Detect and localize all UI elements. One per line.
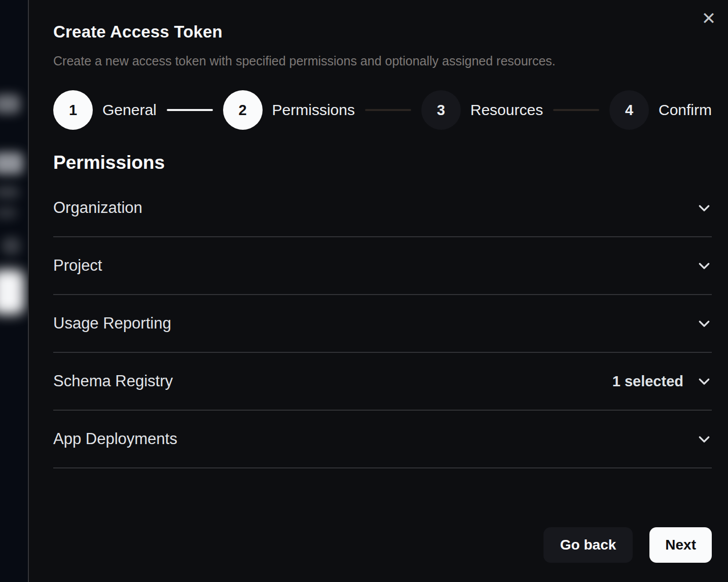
step-connector — [553, 109, 599, 111]
modal-title: Create Access Token — [53, 22, 712, 42]
next-button[interactable]: Next — [649, 527, 712, 563]
step-label: Confirm — [659, 101, 712, 119]
accordion-row-project[interactable]: Project — [53, 237, 712, 295]
step-label: Permissions — [272, 101, 355, 119]
blurred-background-item — [0, 186, 19, 199]
blurred-background-item — [0, 152, 23, 174]
blurred-background-card — [0, 270, 24, 314]
section-heading-permissions: Permissions — [53, 152, 712, 173]
accordion-row-app-deployments[interactable]: App Deployments — [53, 411, 712, 468]
step-number-badge: 1 — [53, 90, 93, 130]
page-backdrop — [0, 0, 28, 582]
chevron-down-icon — [697, 316, 712, 331]
step-confirm[interactable]: 4 Confirm — [609, 90, 712, 130]
step-number-badge: 4 — [609, 90, 649, 130]
blurred-background-item — [0, 94, 20, 114]
go-back-button[interactable]: Go back — [543, 527, 633, 563]
selected-count-badge: 1 selected — [612, 373, 683, 390]
step-label: General — [102, 101, 157, 119]
modal-footer: Go back Next — [53, 527, 712, 563]
wizard-stepper: 1 General 2 Permissions 3 Resources 4 Co… — [53, 90, 712, 130]
accordion-row-usage-reporting[interactable]: Usage Reporting — [53, 295, 712, 353]
create-access-token-modal: ✕ Create Access Token Create a new acces… — [28, 0, 728, 582]
chevron-down-icon — [697, 200, 712, 215]
chevron-down-icon — [697, 258, 712, 273]
chevron-down-icon — [697, 431, 712, 447]
step-connector — [167, 109, 213, 111]
close-icon[interactable]: ✕ — [699, 8, 719, 28]
chevron-down-icon — [697, 374, 712, 389]
accordion-label: Schema Registry — [53, 372, 173, 390]
accordion-row-organization[interactable]: Organization — [53, 179, 712, 237]
step-connector — [365, 109, 411, 111]
accordion-label: Project — [53, 257, 102, 275]
step-permissions[interactable]: 2 Permissions — [223, 90, 355, 130]
accordion-label: Organization — [53, 199, 142, 217]
accordion-row-schema-registry[interactable]: Schema Registry 1 selected — [53, 353, 712, 411]
permissions-accordion-list: Organization Project Usage Reporting — [53, 179, 712, 468]
step-number-badge: 3 — [421, 90, 461, 130]
modal-subtitle: Create a new access token with specified… — [53, 54, 712, 68]
accordion-label: Usage Reporting — [53, 314, 171, 333]
blurred-background-item — [2, 237, 20, 254]
accordion-label: App Deployments — [53, 430, 177, 448]
step-label: Resources — [470, 101, 543, 119]
step-general[interactable]: 1 General — [53, 90, 157, 130]
blurred-background-item — [0, 207, 17, 219]
step-number-badge: 2 — [223, 90, 263, 130]
step-resources[interactable]: 3 Resources — [421, 90, 543, 130]
